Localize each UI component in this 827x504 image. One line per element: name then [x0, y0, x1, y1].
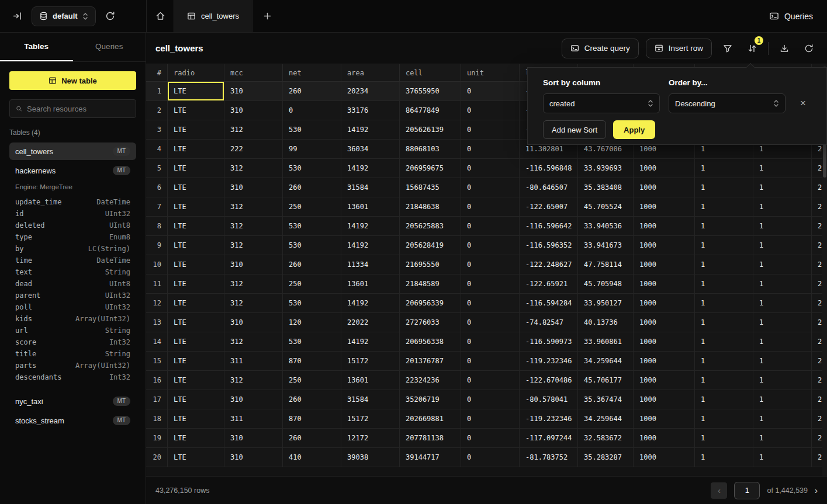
table-cell[interactable]: 1 — [695, 332, 753, 352]
row-number[interactable]: 3 — [146, 120, 168, 140]
table-cell[interactable]: LTE — [168, 448, 224, 467]
column-header-mcc[interactable]: mcc — [224, 64, 283, 81]
table-cell[interactable]: 312 — [224, 197, 283, 217]
table-cell[interactable]: 34.259644 — [578, 409, 634, 429]
table-cell[interactable]: 250 — [283, 371, 341, 390]
table-cell[interactable]: 45.706177 — [578, 371, 634, 390]
table-cell[interactable]: 205625883 — [400, 217, 461, 236]
row-number[interactable]: 17 — [146, 390, 168, 409]
table-cell[interactable]: 0 — [461, 390, 520, 409]
table-cell[interactable]: 260 — [283, 255, 341, 274]
table-cell[interactable]: -119.232346 — [520, 352, 578, 371]
table-cell[interactable]: 45.705524 — [578, 197, 634, 217]
table-cell[interactable]: 1 — [695, 429, 753, 448]
table-cell[interactable]: 0 — [461, 236, 520, 255]
table-cell[interactable]: 0 — [461, 140, 520, 159]
table-cell[interactable]: 205628419 — [400, 236, 461, 255]
table-cell[interactable]: 45.705948 — [578, 274, 634, 294]
table-cell[interactable]: 312 — [224, 332, 283, 352]
table-cell[interactable]: 1 — [753, 448, 812, 467]
table-cell[interactable]: LTE — [168, 101, 224, 120]
table-cell[interactable]: 33.941673 — [578, 236, 634, 255]
new-tab-button[interactable] — [252, 0, 282, 32]
row-number[interactable]: 2 — [146, 101, 168, 120]
table-cell[interactable]: 1 — [695, 294, 753, 313]
table-cell[interactable]: 0 — [461, 178, 520, 197]
table-cell[interactable]: 34.259644 — [578, 352, 634, 371]
table-cell[interactable]: 21695550 — [400, 255, 461, 274]
table-cell[interactable]: 310 — [224, 390, 283, 409]
table-cell[interactable]: 0 — [461, 332, 520, 352]
sort-column-select[interactable]: created — [543, 93, 660, 113]
table-cell[interactable]: 1 — [753, 236, 812, 255]
table-cell[interactable]: LTE — [168, 332, 224, 352]
table-cell[interactable]: LTE — [168, 197, 224, 217]
table-cell[interactable]: 31584 — [341, 390, 400, 409]
sidebar-tab-queries[interactable]: Queries — [73, 33, 146, 61]
table-cell[interactable]: 0 — [461, 101, 520, 120]
table-cell[interactable]: 13601 — [341, 371, 400, 390]
table-cell[interactable]: -80.578041 — [520, 390, 578, 409]
table-cell[interactable]: 1000 — [634, 371, 695, 390]
table-cell[interactable]: 312 — [224, 274, 283, 294]
table-cell[interactable]: 312 — [224, 371, 283, 390]
table-cell[interactable]: 870 — [283, 352, 341, 371]
table-cell[interactable]: 206956338 — [400, 332, 461, 352]
sort-button[interactable]: 1 — [743, 40, 761, 57]
sidebar-item-cell-towers[interactable]: cell_towers MT — [9, 142, 136, 160]
column-header-net[interactable]: net — [283, 64, 341, 81]
table-cell[interactable]: 1 — [753, 217, 812, 236]
table-cell[interactable]: -80.646507 — [520, 178, 578, 197]
table-cell[interactable]: LTE — [168, 159, 224, 178]
table-cell[interactable]: 530 — [283, 120, 341, 140]
table-cell[interactable]: -116.596642 — [520, 217, 578, 236]
table-cell[interactable]: 310 — [224, 448, 283, 467]
table-cell[interactable]: 14192 — [341, 236, 400, 255]
table-cell[interactable]: 1000 — [634, 236, 695, 255]
table-cell[interactable]: 1 — [753, 294, 812, 313]
table-cell[interactable]: 99 — [283, 140, 341, 159]
table-cell[interactable]: 1000 — [634, 352, 695, 371]
table-cell[interactable]: 14192 — [341, 159, 400, 178]
table-cell[interactable]: 1 — [753, 274, 812, 294]
table-cell[interactable]: 222 — [224, 140, 283, 159]
table-cell[interactable]: 250 — [283, 197, 341, 217]
table-cell[interactable]: LTE — [168, 217, 224, 236]
table-cell[interactable]: 250 — [283, 274, 341, 294]
table-cell[interactable]: LTE — [168, 255, 224, 274]
sort-order-select[interactable]: Descending — [669, 93, 786, 113]
sidebar-item-hackernews[interactable]: hackernews MT — [9, 162, 136, 179]
table-cell[interactable]: LTE — [168, 313, 224, 332]
table-cell[interactable]: 35206719 — [400, 390, 461, 409]
table-cell[interactable]: 260 — [283, 178, 341, 197]
table-cell[interactable]: 1000 — [634, 313, 695, 332]
table-cell[interactable]: 201376787 — [400, 352, 461, 371]
row-number[interactable]: 10 — [146, 255, 168, 274]
table-cell[interactable]: 33.940536 — [578, 217, 634, 236]
table-cell[interactable]: 1 — [695, 390, 753, 409]
table-cell[interactable]: LTE — [168, 390, 224, 409]
sidebar-tab-tables[interactable]: Tables — [0, 33, 73, 61]
table-cell[interactable]: 1000 — [634, 217, 695, 236]
column-header-radio[interactable]: radio — [168, 64, 224, 81]
table-cell[interactable]: 0 — [461, 255, 520, 274]
collapse-sidebar-icon[interactable] — [8, 8, 26, 25]
table-cell[interactable]: 14192 — [341, 217, 400, 236]
table-cell[interactable]: LTE — [168, 140, 224, 159]
tab-cell-towers[interactable]: cell_towers — [174, 0, 252, 32]
row-number[interactable]: 18 — [146, 409, 168, 429]
create-query-button[interactable]: Create query — [562, 39, 639, 58]
table-cell[interactable]: 1 — [695, 274, 753, 294]
table-cell[interactable]: -116.590973 — [520, 332, 578, 352]
table-cell[interactable]: 0 — [461, 274, 520, 294]
table-cell[interactable]: 27276033 — [400, 313, 461, 332]
table-cell[interactable]: 310 — [224, 313, 283, 332]
add-sort-button[interactable]: Add new Sort — [543, 120, 606, 139]
table-cell[interactable]: LTE — [168, 371, 224, 390]
row-number[interactable]: 6 — [146, 178, 168, 197]
table-cell[interactable]: LTE — [168, 82, 224, 101]
table-cell[interactable]: LTE — [168, 120, 224, 140]
table-cell[interactable]: 1 — [695, 159, 753, 178]
refresh-table-button[interactable] — [800, 40, 818, 57]
table-cell[interactable]: 0 — [461, 448, 520, 467]
